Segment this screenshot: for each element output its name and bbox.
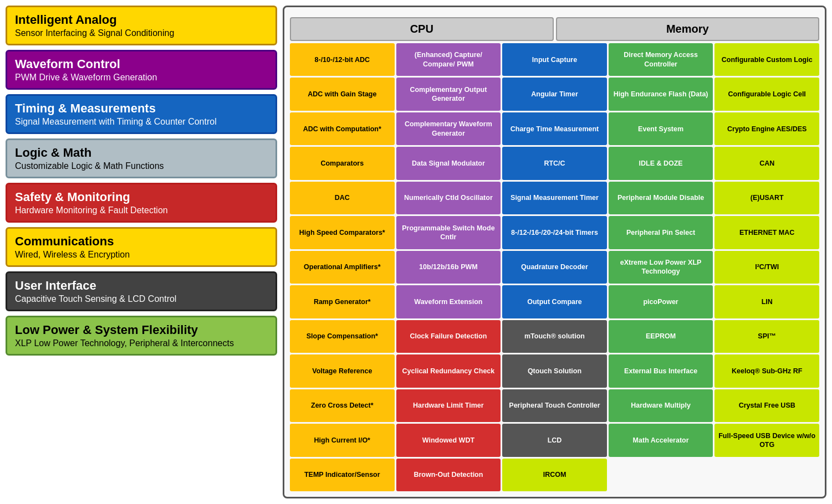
grid-cell-30: Operational Amplifiers*: [290, 251, 395, 284]
feature-low-power: Low Power & System FlexibilityXLP Low Po…: [6, 316, 277, 356]
feature-subtitle-user-interface: Capacitive Touch Sensing & LCD Control: [15, 294, 268, 304]
grid-cell-14: Crypto Engine AES/DES: [714, 112, 819, 145]
feature-subtitle-logic-math: Customizable Logic & Math Functions: [15, 161, 268, 171]
table-container: CPU Memory 8-/10-/12-bit ADC(Enhanced) C…: [290, 17, 819, 491]
grid-cell-1: (Enhanced) Capture/ Compare/ PWM: [396, 43, 501, 76]
grid-cell-0: 8-/10-/12-bit ADC: [290, 43, 395, 76]
grid-cell-3: Direct Memory Access Controller: [609, 43, 713, 76]
grid-cell-17: RTC/C: [502, 147, 607, 179]
grid-cell-20: DAC: [290, 182, 395, 214]
feature-title-waveform-control: Waveform Control: [15, 57, 268, 71]
grid-cell-34: I²C/TWI: [714, 251, 819, 284]
feature-subtitle-intelligent-analog: Sensor Interfacing & Signal Conditioning: [15, 28, 268, 38]
feature-subtitle-timing-measurements: Signal Measurement with Timing & Counter…: [15, 117, 268, 127]
grid-cell-19: CAN: [714, 147, 819, 179]
feature-title-safety-monitoring: Safety & Monitoring: [15, 190, 268, 204]
grid-cell-60: TEMP Indicator/Sensor: [290, 459, 395, 491]
grid-cell-12: Charge Time Measurement: [502, 112, 607, 145]
column-headers: CPU Memory: [290, 17, 819, 41]
grid-cell-64: IRCOM: [502, 459, 607, 491]
grid-cell-8: High Endurance Flash (Data): [609, 78, 713, 110]
grid-cell-33: eXtreme Low Power XLP Technology: [609, 251, 713, 284]
feature-user-interface: User InterfaceCapacitive Touch Sensing &…: [6, 271, 277, 311]
grid-cell-5: ADC with Gain Stage: [290, 78, 395, 110]
grid-cell-31: 10b/12b/16b PWM: [396, 251, 501, 284]
grid-cell-58: Math Accelerator: [609, 424, 713, 456]
right-panel: CPU Memory 8-/10-/12-bit ADC(Enhanced) C…: [283, 6, 826, 498]
grid-cell-22: Signal Measurement Timer: [502, 182, 607, 214]
grid-cell-55: High Current I/O*: [290, 424, 395, 456]
grid-cell-41: Clock Failure Detection: [396, 320, 501, 353]
grid-cell-43: EEPROM: [609, 320, 713, 353]
grid-cell-32: Quadrature Decoder: [502, 251, 607, 284]
main-grid: 8-/10-/12-bit ADC(Enhanced) Capture/ Com…: [290, 43, 819, 491]
grid-cell-37: Output Compare: [502, 285, 607, 318]
grid-cell-16: Data Signal Modulator: [396, 147, 501, 179]
grid-cell-11: Complementary Waveform Generator: [396, 112, 501, 145]
grid-cell-15: Comparators: [290, 147, 395, 179]
feature-communications: CommunicationsWired, Wireless & Encrypti…: [6, 227, 277, 267]
grid-cell-36: Waveform Extension: [396, 285, 501, 318]
grid-cell-51: Hardware Limit Timer: [396, 389, 501, 422]
feature-title-user-interface: User Interface: [15, 279, 268, 293]
feature-safety-monitoring: Safety & MonitoringHardware Monitoring &…: [6, 183, 277, 223]
grid-cell-6: Complementary Output Generator: [396, 78, 501, 110]
feature-timing-measurements: Timing & MeasurementsSignal Measurement …: [6, 94, 277, 134]
grid-cell-39: LIN: [714, 285, 819, 318]
grid-cell-59: Full-Speed USB Device w/w/o OTG: [714, 424, 819, 456]
grid-cell-56: Windowed WDT: [396, 424, 501, 456]
grid-cell-10: ADC with Computation*: [290, 112, 395, 145]
grid-cell-45: Voltage Reference: [290, 354, 395, 387]
grid-cell-4: Configurable Custom Logic: [714, 43, 819, 76]
grid-cell-50: Zero Cross Detect*: [290, 389, 395, 422]
grid-cell-38: picoPower: [609, 285, 713, 318]
feature-title-logic-math: Logic & Math: [15, 146, 268, 160]
feature-title-low-power: Low Power & System Flexibility: [15, 323, 268, 337]
grid-cell-42: mTouch® solution: [502, 320, 607, 353]
feature-subtitle-safety-monitoring: Hardware Monitoring & Fault Detection: [15, 205, 268, 215]
grid-cell-9: Configurable Logic Cell: [714, 78, 819, 110]
grid-cell-52: Peripheral Touch Controller: [502, 389, 607, 422]
grid-cell-26: Programmable Switch Mode Cntlr: [396, 216, 501, 249]
feature-intelligent-analog: Intelligent AnalogSensor Interfacing & S…: [6, 6, 277, 45]
grid-cell-18: IDLE & DOZE: [609, 147, 713, 179]
grid-cell-24: (E)USART: [714, 182, 819, 214]
feature-logic-math: Logic & MathCustomizable Logic & Math Fu…: [6, 138, 277, 178]
grid-cell-54: Crystal Free USB: [714, 389, 819, 422]
grid-cell-53: Hardware Multiply: [609, 389, 713, 422]
cpu-header: CPU: [290, 17, 554, 41]
grid-cell-35: Ramp Generator*: [290, 285, 395, 318]
grid-cell-25: High Speed Comparators*: [290, 216, 395, 249]
feature-title-timing-measurements: Timing & Measurements: [15, 101, 268, 116]
grid-cell-29: ETHERNET MAC: [714, 216, 819, 249]
grid-cell-7: Angular Timer: [502, 78, 607, 110]
feature-subtitle-communications: Wired, Wireless & Encryption: [15, 250, 268, 260]
feature-subtitle-waveform-control: PWM Drive & Waveform Generation: [15, 73, 268, 83]
grid-cell-13: Event System: [609, 112, 713, 145]
grid-cell-46: Cyclical Redundancy Check: [396, 354, 501, 387]
grid-cell-27: 8-/12-/16-/20-/24-bit Timers: [502, 216, 607, 249]
grid-cell-21: Numerically Ctld Oscillator: [396, 182, 501, 214]
feature-waveform-control: Waveform ControlPWM Drive & Waveform Gen…: [6, 50, 277, 90]
grid-cell-44: SPI™: [714, 320, 819, 353]
grid-cell-49: Keeloq® Sub-GHz RF: [714, 354, 819, 387]
grid-cell-28: Peripheral Pin Select: [609, 216, 713, 249]
feature-subtitle-low-power: XLP Low Power Technology, Peripheral & I…: [15, 338, 268, 348]
grid-cell-48: External Bus Interface: [609, 354, 713, 387]
grid-cell-57: LCD: [502, 424, 607, 456]
left-panel: Intelligent AnalogSensor Interfacing & S…: [6, 6, 277, 498]
grid-cell-23: Peripheral Module Disable: [609, 182, 713, 214]
memory-header: Memory: [556, 17, 820, 41]
grid-cell-40: Slope Compensation*: [290, 320, 395, 353]
grid-cell-47: Qtouch Solution: [502, 354, 607, 387]
grid-cell-61: Brown-Out Detection: [396, 459, 501, 491]
grid-cell-2: Input Capture: [502, 43, 607, 76]
feature-title-communications: Communications: [15, 234, 268, 249]
feature-title-intelligent-analog: Intelligent Analog: [15, 13, 268, 27]
